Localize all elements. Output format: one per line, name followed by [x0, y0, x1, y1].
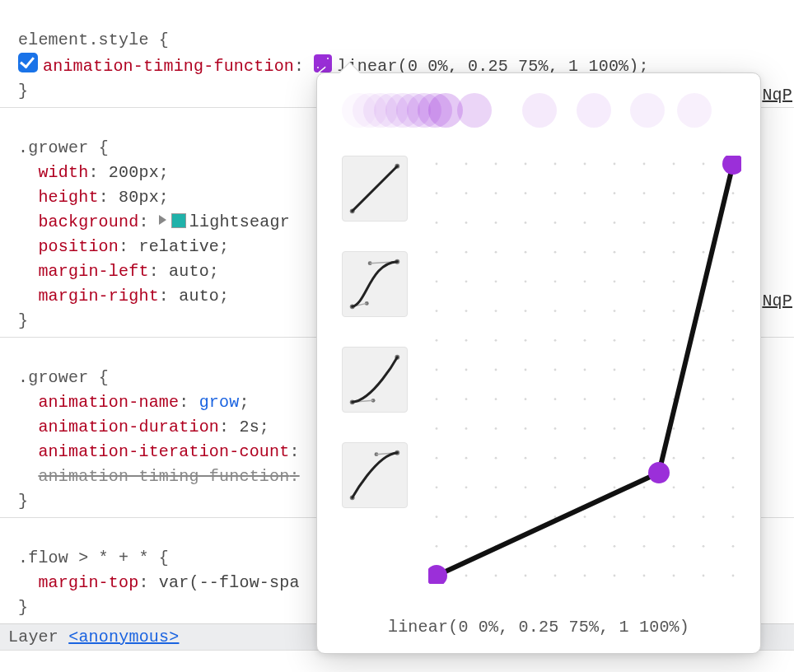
prop-value[interactable]: auto — [179, 287, 219, 306]
preset-linear[interactable] — [342, 156, 408, 222]
easing-editor-popover: linear(0 0%, 0.25 75%, 1 100%) — [316, 72, 761, 654]
prop-value[interactable]: var(--flow-spa — [159, 573, 300, 592]
svg-point-58 — [495, 516, 497, 518]
control-point[interactable] — [428, 565, 447, 584]
svg-point-41 — [465, 457, 468, 460]
selector: .grower — [18, 138, 88, 157]
svg-point-162 — [703, 486, 705, 488]
svg-point-157 — [703, 339, 705, 342]
svg-point-42 — [465, 486, 468, 488]
svg-point-32 — [465, 192, 468, 194]
preset-ease[interactable] — [342, 251, 408, 317]
svg-point-135 — [643, 575, 646, 577]
prop-value[interactable]: grow — [199, 393, 240, 412]
svg-point-178 — [732, 516, 735, 518]
svg-point-52 — [495, 339, 497, 342]
svg-point-81 — [554, 310, 557, 312]
svg-point-21 — [436, 310, 438, 312]
prop-name[interactable]: position — [38, 237, 119, 256]
source-link[interactable]: NqP — [760, 292, 794, 310]
svg-point-63 — [525, 222, 527, 224]
selector: .flow > * + * — [18, 548, 149, 567]
svg-point-121 — [643, 163, 646, 166]
prop-name[interactable]: animation-iteration-count — [38, 442, 289, 461]
prop-name[interactable]: background — [38, 212, 138, 231]
svg-point-177 — [732, 486, 735, 488]
svg-point-156 — [703, 310, 705, 312]
svg-point-159 — [703, 398, 705, 400]
overridden-prop[interactable]: animation-timing-function: — [38, 467, 299, 486]
svg-point-104 — [584, 545, 586, 548]
easing-value-readout: linear(0 0%, 0.25 75%, 1 100%) — [317, 618, 760, 637]
svg-point-151 — [703, 163, 705, 166]
enable-checkbox[interactable] — [18, 53, 38, 72]
preview-dot — [577, 93, 611, 128]
svg-point-138 — [673, 222, 675, 224]
svg-point-141 — [673, 310, 675, 312]
prop-name[interactable]: width — [38, 163, 88, 182]
svg-point-90 — [554, 575, 557, 577]
svg-point-95 — [584, 280, 586, 282]
svg-point-92 — [584, 192, 586, 194]
control-point[interactable] — [648, 462, 670, 483]
svg-point-143 — [673, 369, 675, 371]
easing-curve-editor[interactable] — [428, 156, 741, 584]
prop-value[interactable]: 2s — [239, 418, 259, 436]
prop-name[interactable]: animation-timing-function — [43, 57, 294, 76]
svg-point-180 — [732, 575, 735, 577]
prop-value[interactable]: 80px — [119, 188, 159, 207]
svg-point-37 — [465, 339, 468, 342]
color-swatch-icon[interactable] — [171, 213, 186, 228]
svg-point-94 — [584, 251, 586, 254]
prop-name[interactable]: height — [38, 188, 98, 207]
control-point[interactable] — [722, 156, 741, 175]
preset-ease-in[interactable] — [342, 347, 408, 413]
svg-point-17 — [436, 192, 438, 194]
easing-preview-strip — [342, 93, 744, 131]
prop-value[interactable]: 200px — [109, 163, 159, 182]
selector: .grower — [18, 368, 88, 387]
svg-point-127 — [643, 339, 646, 342]
svg-point-25 — [436, 427, 438, 430]
expand-shorthand-icon[interactable] — [159, 215, 166, 225]
svg-point-44 — [465, 545, 468, 548]
svg-point-100 — [584, 427, 586, 430]
svg-point-60 — [495, 575, 497, 577]
svg-point-154 — [703, 251, 705, 254]
svg-point-98 — [584, 369, 586, 371]
svg-point-113 — [614, 369, 616, 371]
easing-swatch-icon[interactable] — [314, 54, 332, 72]
svg-point-174 — [732, 398, 735, 400]
svg-point-28 — [436, 516, 438, 518]
svg-point-33 — [465, 222, 468, 224]
prop-name[interactable]: margin-left — [38, 262, 148, 281]
svg-point-78 — [554, 222, 557, 224]
svg-point-179 — [732, 545, 735, 548]
svg-point-68 — [525, 369, 527, 371]
svg-point-171 — [732, 310, 735, 312]
prop-name[interactable]: animation-name — [38, 393, 179, 412]
prop-name[interactable]: animation-duration — [38, 418, 219, 436]
prop-value[interactable]: relative — [138, 237, 219, 256]
svg-point-131 — [643, 457, 646, 460]
prop-name[interactable]: margin-top — [38, 573, 138, 592]
svg-point-46 — [495, 163, 497, 166]
preset-ease-out[interactable] — [342, 442, 408, 508]
source-link[interactable]: NqP — [760, 86, 794, 105]
svg-point-22 — [436, 339, 438, 342]
svg-point-84 — [554, 398, 557, 400]
svg-point-170 — [732, 280, 735, 282]
preview-dot — [630, 93, 665, 128]
layer-link[interactable]: <anonymous> — [68, 628, 179, 646]
prop-name[interactable]: margin-right — [38, 287, 158, 306]
prop-value[interactable]: auto — [169, 262, 209, 281]
svg-point-76 — [554, 163, 557, 166]
prop-value[interactable]: lightseagr — [189, 212, 290, 231]
svg-point-34 — [465, 251, 468, 254]
svg-point-70 — [525, 427, 527, 430]
svg-point-74 — [525, 545, 527, 548]
svg-point-19 — [436, 251, 438, 254]
svg-point-117 — [614, 486, 616, 488]
svg-point-67 — [525, 339, 527, 342]
svg-point-106 — [614, 163, 616, 166]
